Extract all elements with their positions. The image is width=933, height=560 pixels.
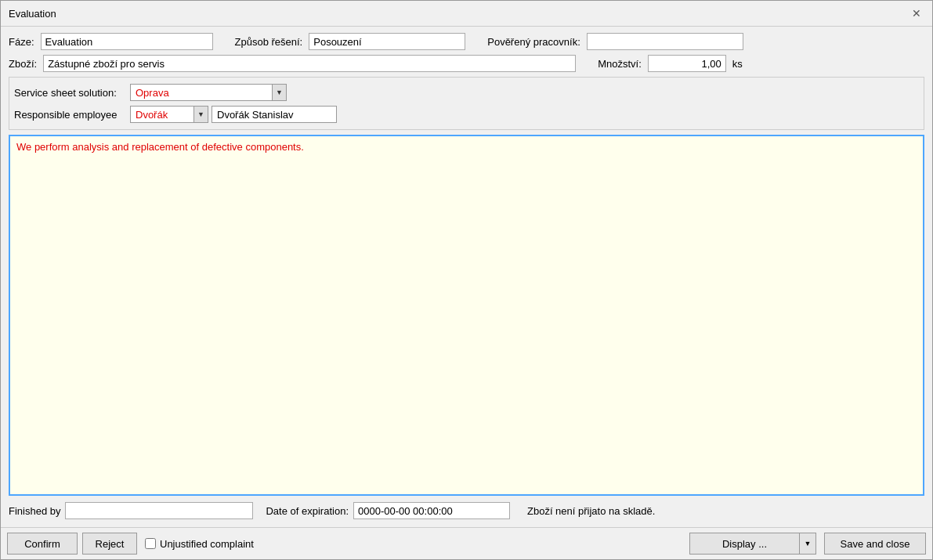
save-close-button[interactable]: Save and close (824, 533, 926, 555)
stock-status: Zboží není přijato na skladě. (527, 505, 655, 517)
service-sheet-dropdown-btn[interactable]: ▼ (272, 85, 286, 100)
povery-input[interactable] (587, 33, 743, 50)
service-sheet-label: Service sheet solution: (14, 87, 124, 99)
ks-label: ks (732, 58, 743, 70)
emp-code-dropdown[interactable]: Dvořák ▼ (130, 106, 208, 123)
zbozi-label: Zboží: (9, 58, 37, 70)
close-button[interactable]: ✕ (909, 5, 924, 21)
row-2: Zboží: Množství: ks (9, 55, 924, 72)
unjustified-label: Unjustified complaint (160, 538, 254, 550)
service-sheet-row: Service sheet solution: Oprava ▼ (14, 84, 919, 101)
confirm-button[interactable]: Confirm (7, 533, 78, 555)
faze-label: Fáze: (9, 36, 34, 48)
expiration-label: Date of expiration: (266, 505, 349, 517)
bottom-fields: Finished by Date of expiration: Zboží ne… (9, 500, 924, 521)
zpusob-label: Způsob řešení: (235, 36, 303, 48)
emp-code-text: Dvořák (131, 107, 193, 122)
service-sheet-value: Oprava (131, 85, 272, 100)
notes-textarea[interactable]: We perform analysis and replacement of d… (10, 136, 923, 494)
service-sheet-dropdown[interactable]: Oprava ▼ (130, 84, 287, 101)
display-button[interactable]: Display ... (689, 533, 799, 555)
povery-label: Pověřený pracovník: (487, 36, 580, 48)
unjustified-checkbox-wrapper: Unjustified complaint (145, 538, 254, 550)
form-section: Service sheet solution: Oprava ▼ Respons… (9, 77, 924, 130)
finished-input[interactable] (65, 502, 253, 519)
finished-label: Finished by (9, 505, 60, 517)
evaluation-dialog: Evaluation ✕ Fáze: Způsob řešení: Pověře… (0, 0, 933, 560)
zpusob-input[interactable] (309, 33, 465, 50)
display-wrapper: Display ... ▼ (689, 533, 816, 555)
title-bar: Evaluation ✕ (1, 1, 932, 27)
reject-button[interactable]: Reject (82, 533, 137, 555)
zbozi-input[interactable] (43, 55, 576, 72)
expiration-input[interactable] (353, 502, 510, 519)
responsible-emp-wrapper: Dvořák ▼ (130, 106, 337, 123)
faze-input[interactable] (41, 33, 213, 50)
mnozstvi-input[interactable] (648, 55, 726, 72)
display-dropdown-btn[interactable]: ▼ (799, 533, 816, 555)
unjustified-checkbox[interactable] (145, 538, 156, 549)
dialog-content: Fáze: Způsob řešení: Pověřený pracovník:… (1, 27, 932, 527)
responsible-label: Responsible employee (14, 109, 124, 121)
emp-name-input[interactable] (212, 106, 337, 123)
dialog-title: Evaluation (9, 8, 56, 20)
footer: Confirm Reject Unjustified complaint Dis… (1, 527, 932, 559)
row-1: Fáze: Způsob řešení: Pověřený pracovník: (9, 33, 924, 50)
notes-textarea-wrapper: We perform analysis and replacement of d… (9, 135, 924, 496)
responsible-row: Responsible employee Dvořák ▼ (14, 106, 919, 123)
mnozstvi-label: Množství: (598, 58, 642, 70)
emp-code-btn[interactable]: ▼ (193, 107, 208, 122)
